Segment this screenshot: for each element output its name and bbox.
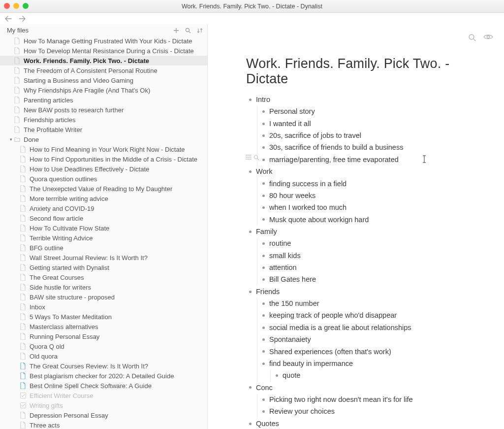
file-item[interactable]: Old quora bbox=[0, 351, 207, 361]
search-document-button[interactable] bbox=[468, 33, 476, 42]
outline-node[interactable]: Review your choices bbox=[259, 405, 480, 417]
file-item[interactable]: How To Cultivate Flow State bbox=[0, 223, 207, 233]
view-mode-button[interactable] bbox=[483, 33, 493, 42]
file-item[interactable]: Best Online Spell Check Software: A Guid… bbox=[0, 381, 207, 391]
outline-text[interactable]: attention bbox=[269, 264, 297, 271]
expand-toggle-icon[interactable]: ▾ bbox=[8, 137, 14, 142]
file-item[interactable]: Efficient Writer Course bbox=[0, 391, 207, 400]
zoom-icon[interactable] bbox=[253, 155, 259, 161]
folder-item[interactable]: ▾Done bbox=[0, 134, 207, 144]
file-item[interactable]: Anxiety and COVID-19 bbox=[0, 203, 207, 213]
outline-node[interactable]: routine bbox=[259, 237, 480, 249]
outline-node[interactable]: attention bbox=[259, 262, 480, 273]
file-item[interactable]: More terrrible writing advice bbox=[0, 194, 207, 203]
file-item[interactable]: Running Personal Essay bbox=[0, 331, 207, 341]
outline-node[interactable]: social media is a great lie about relati… bbox=[259, 322, 480, 333]
file-item[interactable]: Side hustle for writers bbox=[0, 282, 207, 292]
file-item[interactable]: How to Find Meaning in Your Work Right N… bbox=[0, 144, 207, 154]
file-item[interactable]: Inbox bbox=[0, 302, 207, 312]
window-maximize-button[interactable] bbox=[23, 3, 29, 9]
window-close-button[interactable] bbox=[4, 3, 10, 9]
file-item[interactable]: The Unexepcted Value of Reading to My Da… bbox=[0, 184, 207, 194]
file-item[interactable]: Starting a Business and Video Gaming bbox=[0, 75, 207, 85]
outline-node[interactable]: IntroPersonal storyI wanted it all20s, s… bbox=[246, 94, 480, 165]
outline-text[interactable]: quote bbox=[283, 371, 300, 379]
outline-node[interactable]: small kids bbox=[259, 250, 480, 262]
hamburger-icon[interactable] bbox=[246, 155, 252, 161]
sort-files-button[interactable] bbox=[196, 27, 203, 34]
file-item[interactable]: Parenting articles bbox=[0, 95, 207, 105]
outline-node[interactable]: Familyroutinesmall kidsattentionBill Gat… bbox=[246, 226, 480, 286]
outline-text[interactable]: social media is a great lie about relati… bbox=[269, 324, 411, 331]
outline-node[interactable]: keeping track of people who'd disappear bbox=[259, 309, 480, 321]
file-item[interactable]: How to Use Deadlines Effectively - Dicta… bbox=[0, 164, 207, 174]
outline-text[interactable]: Conc bbox=[256, 384, 273, 392]
outline-node[interactable]: the 150 number bbox=[259, 297, 480, 309]
file-item[interactable]: Best plagiarism checker for 2020: A Deta… bbox=[0, 371, 207, 381]
file-item[interactable]: Quora question outlines bbox=[0, 174, 207, 184]
outline-text[interactable]: Review your choices bbox=[269, 407, 335, 415]
outline-text[interactable]: I wanted it all bbox=[269, 120, 311, 128]
file-item[interactable]: How to Find Opportunities in the Middle … bbox=[0, 154, 207, 164]
outline-text[interactable]: keeping track of people who'd disappear bbox=[269, 311, 397, 319]
file-item[interactable]: BFG outline bbox=[0, 243, 207, 253]
outline-text[interactable]: routine bbox=[269, 239, 291, 247]
outline-text[interactable]: small kids bbox=[269, 252, 301, 260]
file-item[interactable]: Wall Street Journal Review: Is It Worth … bbox=[0, 253, 207, 263]
outline-node[interactable]: 20s, sacrifice of jobs to travel bbox=[259, 130, 480, 141]
file-item[interactable]: Work. Friends. Family. Pick Two. - Dicta… bbox=[0, 56, 207, 66]
outline-text[interactable]: Shared experiences (often that's work) bbox=[269, 348, 391, 356]
outline-node[interactable]: quote bbox=[273, 369, 480, 381]
outline-text[interactable]: Friends bbox=[256, 288, 280, 296]
window-minimize-button[interactable] bbox=[13, 3, 19, 9]
file-item[interactable]: Why Friendships Are Fragile (And That's … bbox=[0, 85, 207, 95]
file-item[interactable]: Three acts bbox=[0, 420, 207, 429]
outline-node[interactable]: Spontanaiety bbox=[259, 333, 480, 345]
outline-text[interactable]: Musk quote about workign hard bbox=[269, 216, 369, 224]
outline-node[interactable]: Shared experiences (often that's work) bbox=[259, 346, 480, 358]
file-item[interactable]: Masterclass alternatives bbox=[0, 322, 207, 331]
file-item[interactable]: BAW site structure - proposed bbox=[0, 292, 207, 302]
document-title[interactable]: Work. Friends. Family. Pick Two. - Dicta… bbox=[246, 56, 480, 87]
document-pane[interactable]: Work. Friends. Family. Pick Two. - Dicta… bbox=[208, 25, 504, 429]
file-tree[interactable]: How To Manage Getting Frustrated With Yo… bbox=[0, 36, 207, 429]
outline-text[interactable]: Personal story bbox=[269, 107, 315, 115]
file-item[interactable]: 5 Ways To Master Meditation bbox=[0, 312, 207, 322]
outline-text[interactable]: when I worked too much bbox=[269, 203, 346, 211]
outline-text[interactable]: 80 hour weeks bbox=[269, 192, 315, 199]
file-item[interactable]: Friendship articles bbox=[0, 115, 207, 125]
search-files-button[interactable] bbox=[185, 27, 191, 34]
outline-text[interactable]: Bill Gates here bbox=[269, 275, 316, 283]
outline-text[interactable]: marriage/parenting, free time evaporated bbox=[269, 156, 399, 164]
outline-text[interactable]: Picking two right now doesn't mean it's … bbox=[269, 396, 413, 403]
outline-node[interactable]: when I worked too much bbox=[259, 201, 480, 213]
file-item[interactable]: The Great Courses bbox=[0, 272, 207, 282]
outline-node[interactable]: Bill Gates here bbox=[259, 273, 480, 285]
file-item[interactable]: Second flow article bbox=[0, 213, 207, 223]
file-item[interactable]: The Freedom of A Consistent Personal Rou… bbox=[0, 66, 207, 75]
outline-text[interactable]: find beauty in impermance bbox=[269, 360, 353, 367]
file-item[interactable]: New BAW posts to research further bbox=[0, 105, 207, 115]
outline-node[interactable]: Quotes“The cessation of each thing is no… bbox=[246, 418, 480, 429]
outline-node[interactable]: Personal story bbox=[259, 105, 480, 117]
outline-node[interactable]: Picking two right now doesn't mean it's … bbox=[259, 394, 480, 405]
outline-text[interactable]: finding success in a field bbox=[269, 180, 346, 188]
file-item[interactable]: Terrible Writing Advice bbox=[0, 233, 207, 243]
outline-node[interactable]: finding success in a field bbox=[259, 178, 480, 190]
file-item[interactable]: How To Develop Mental Resistance During … bbox=[0, 46, 207, 56]
file-item[interactable]: Writing gifts bbox=[0, 400, 207, 410]
outline-text[interactable]: Quotes bbox=[256, 420, 279, 428]
file-item[interactable]: Quora Q old bbox=[0, 341, 207, 351]
file-item[interactable]: The Great Courses Review: Is It Worth It… bbox=[0, 361, 207, 371]
outline-node[interactable]: Musk quote about workign hard bbox=[259, 214, 480, 226]
nav-back-button[interactable] bbox=[5, 16, 12, 22]
outline-node[interactable]: 30s, sacrifice of friends to build a bus… bbox=[259, 141, 480, 153]
outline-text[interactable]: Intro bbox=[256, 96, 270, 103]
file-item[interactable]: How To Manage Getting Frustrated With Yo… bbox=[0, 36, 207, 46]
file-item[interactable]: The Profitable Writer bbox=[0, 125, 207, 134]
document-outline[interactable]: IntroPersonal storyI wanted it all20s, s… bbox=[246, 94, 480, 429]
outline-text[interactable]: 20s, sacrifice of jobs to travel bbox=[269, 132, 361, 139]
outline-node[interactable]: I wanted it all bbox=[259, 118, 480, 130]
outline-node[interactable]: find beauty in impermancequote bbox=[259, 358, 480, 382]
outline-text[interactable]: the 150 number bbox=[269, 299, 319, 307]
